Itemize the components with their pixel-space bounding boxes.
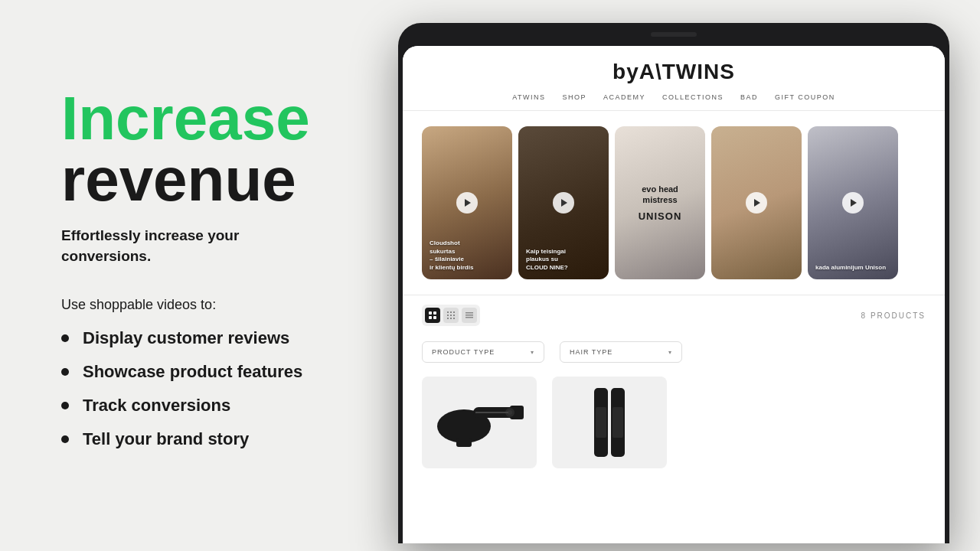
site-logo: byA\TWINS bbox=[612, 60, 735, 84]
filter-arrow-1: ▾ bbox=[531, 349, 534, 356]
products-section: 8 PRODUCTS PRODUCT TYPE ▾ HAIR TYPE ▾ bbox=[403, 295, 945, 468]
video-card-1[interactable]: Cloudshotsukurtas– šilainiavieir klientų… bbox=[422, 126, 512, 279]
play-icon-5 bbox=[851, 199, 857, 207]
dot3 bbox=[429, 316, 432, 319]
nav-bad: BAD bbox=[740, 93, 758, 101]
filter-bar: PRODUCT TYPE ▾ HAIR TYPE ▾ bbox=[422, 335, 926, 369]
bullet-text-1: Display customer reviews bbox=[83, 328, 289, 348]
use-label: Use shoppable videos to: bbox=[61, 297, 352, 313]
video-card-4[interactable] bbox=[711, 126, 802, 279]
subheadline: Effortlessly increase yourconversions. bbox=[61, 226, 352, 266]
list-icon[interactable] bbox=[462, 308, 477, 323]
right-panel: byA\TWINS ATWINS SHOP ACADEMY COLLECTION… bbox=[398, 0, 980, 551]
bullet-item-2: Showcase product features bbox=[61, 362, 352, 382]
video-text-5: kada aluminijum Unison bbox=[815, 264, 890, 272]
list-svg bbox=[466, 312, 473, 318]
svg-rect-0 bbox=[447, 311, 449, 313]
play-btn-2[interactable] bbox=[553, 192, 574, 214]
bullet-dot-1 bbox=[61, 334, 69, 342]
product-thumb-2[interactable] bbox=[552, 377, 667, 468]
svg-rect-1 bbox=[450, 311, 452, 313]
svg-rect-5 bbox=[453, 315, 455, 316]
unison-brand: UNISON bbox=[619, 210, 701, 222]
hair-dryer-svg bbox=[433, 392, 525, 453]
grid-3-icon[interactable] bbox=[443, 308, 459, 323]
video-carousel: Cloudshotsukurtas– šilainiavieir klientų… bbox=[403, 111, 945, 295]
nav-shop: SHOP bbox=[562, 93, 586, 101]
play-icon-1 bbox=[465, 199, 471, 207]
video-bg-1: Cloudshotsukurtas– šilainiavieir klientų… bbox=[422, 126, 512, 279]
grid-2-icon[interactable] bbox=[425, 308, 440, 323]
dot2 bbox=[433, 311, 436, 315]
main-headline: Increase revenue bbox=[61, 88, 352, 210]
tablet-frame: byA\TWINS ATWINS SHOP ACADEMY COLLECTION… bbox=[398, 23, 949, 543]
products-count: 8 PRODUCTS bbox=[861, 311, 926, 320]
tablet-camera bbox=[651, 32, 697, 37]
video-card-2[interactable]: Kaip teisingaiplaukus suCLOUD NINE? bbox=[518, 126, 609, 279]
svg-rect-7 bbox=[450, 318, 452, 319]
site-nav: ATWINS SHOP ACADEMY COLLECTIONS BAD GIFT… bbox=[512, 93, 835, 101]
filter-product-type-label: PRODUCT TYPE bbox=[432, 348, 495, 356]
play-btn-5[interactable] bbox=[842, 192, 864, 214]
bullet-dot-2 bbox=[61, 368, 69, 376]
filter-arrow-2: ▾ bbox=[668, 349, 672, 356]
dot1 bbox=[429, 311, 432, 315]
straightener-svg bbox=[586, 384, 632, 461]
grid-3-svg bbox=[447, 311, 455, 319]
video-bg-2: Kaip teisingaiplaukus suCLOUD NINE? bbox=[518, 126, 609, 279]
bullet-item-1: Display customer reviews bbox=[61, 328, 352, 348]
svg-rect-15 bbox=[456, 438, 472, 447]
nav-atwins: ATWINS bbox=[512, 93, 545, 101]
svg-rect-11 bbox=[466, 317, 473, 318]
video-bg-5: kada aluminijum Unison bbox=[808, 126, 898, 279]
bullet-item-3: Track conversions bbox=[61, 396, 352, 416]
bullet-dot-3 bbox=[61, 402, 69, 409]
video-text-1: Cloudshotsukurtas– šilainiavieir klientų… bbox=[430, 240, 505, 272]
svg-rect-4 bbox=[450, 315, 452, 316]
headline-dark: revenue bbox=[61, 149, 352, 210]
bullet-text-4: Tell your brand story bbox=[83, 429, 249, 449]
bullet-item-4: Tell your brand story bbox=[61, 429, 352, 449]
filter-product-type[interactable]: PRODUCT TYPE ▾ bbox=[422, 341, 544, 363]
video-bg-3: evo headmistress UNISON bbox=[615, 126, 705, 279]
bullet-list: Display customer reviews Showcase produc… bbox=[61, 328, 352, 449]
svg-rect-3 bbox=[447, 315, 449, 316]
play-icon-2 bbox=[561, 199, 567, 207]
svg-rect-2 bbox=[453, 311, 455, 313]
grid-dots-2 bbox=[429, 311, 436, 319]
play-btn-1[interactable] bbox=[456, 192, 478, 214]
video-card-5[interactable]: kada aluminijum Unison bbox=[808, 126, 898, 279]
products-grid bbox=[422, 369, 926, 468]
nav-gift: GIFT COUPON bbox=[775, 93, 835, 101]
svg-rect-8 bbox=[453, 318, 455, 319]
play-btn-4[interactable] bbox=[746, 192, 767, 214]
svg-rect-9 bbox=[466, 312, 473, 314]
tablet-mockup: byA\TWINS ATWINS SHOP ACADEMY COLLECTION… bbox=[398, 23, 949, 543]
filter-hair-type[interactable]: HAIR TYPE ▾ bbox=[560, 341, 682, 363]
video-text-center-3: evo headmistress UNISON bbox=[619, 184, 701, 222]
evo-head-title: evo headmistress bbox=[619, 184, 701, 206]
bullet-dot-4 bbox=[61, 435, 69, 443]
website-content: byA\TWINS ATWINS SHOP ACADEMY COLLECTION… bbox=[403, 46, 945, 543]
filter-hair-type-label: HAIR TYPE bbox=[570, 348, 612, 356]
bullet-text-2: Showcase product features bbox=[83, 362, 302, 382]
product-thumb-1[interactable] bbox=[422, 377, 537, 468]
products-header: 8 PRODUCTS bbox=[422, 295, 926, 335]
nav-collections: COLLECTIONS bbox=[662, 93, 724, 101]
play-icon-4 bbox=[754, 199, 760, 207]
svg-rect-10 bbox=[466, 315, 473, 316]
site-header: byA\TWINS ATWINS SHOP ACADEMY COLLECTION… bbox=[403, 46, 945, 111]
left-panel: Increase revenue Effortlessly increase y… bbox=[0, 42, 398, 509]
bullet-text-3: Track conversions bbox=[83, 396, 230, 416]
svg-rect-21 bbox=[596, 407, 606, 438]
headline-green: Increase bbox=[61, 88, 352, 149]
view-icons bbox=[422, 305, 480, 326]
dot4 bbox=[433, 316, 436, 319]
tablet-screen: byA\TWINS ATWINS SHOP ACADEMY COLLECTION… bbox=[403, 46, 945, 543]
video-card-3[interactable]: evo headmistress UNISON bbox=[615, 126, 705, 279]
nav-academy: ACADEMY bbox=[603, 93, 645, 101]
svg-rect-6 bbox=[447, 318, 449, 319]
video-text-2: Kaip teisingaiplaukus suCLOUD NINE? bbox=[526, 248, 601, 272]
svg-rect-22 bbox=[612, 407, 623, 438]
video-bg-4 bbox=[711, 126, 802, 279]
